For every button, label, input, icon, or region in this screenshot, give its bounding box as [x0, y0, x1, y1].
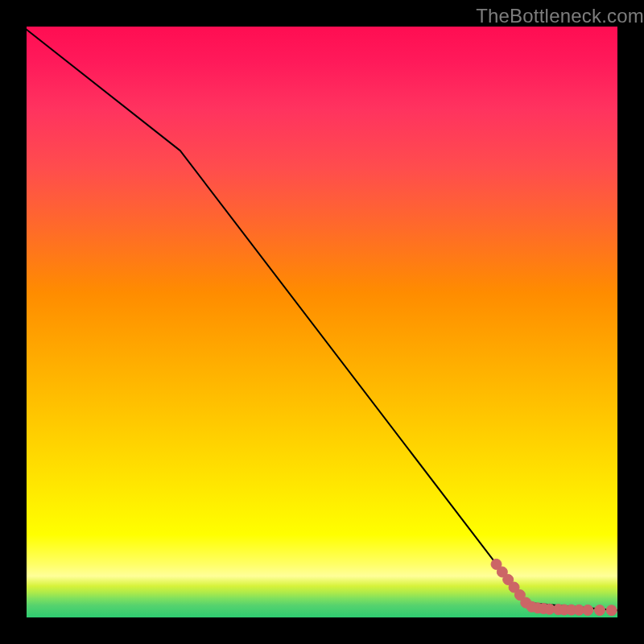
data-point [606, 605, 617, 616]
dots-group [491, 559, 617, 615]
data-point [583, 605, 593, 615]
chart-overlay [27, 27, 617, 617]
curve-path [27, 30, 617, 611]
chart-frame: TheBottleneck.com [0, 0, 644, 644]
data-point [594, 605, 605, 616]
watermark-text: TheBottleneck.com [476, 5, 644, 27]
